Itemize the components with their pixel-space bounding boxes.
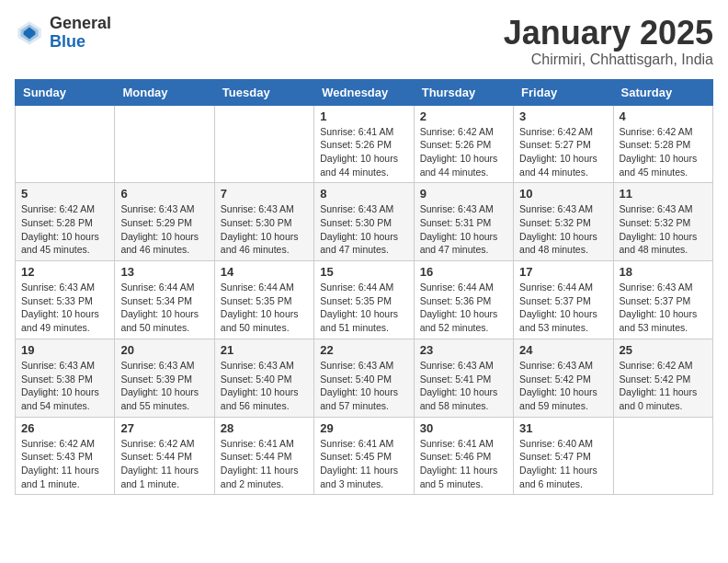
day-info: Sunrise: 6:41 AM Sunset: 5:45 PM Dayligh… xyxy=(320,437,407,491)
table-row: 24Sunrise: 6:43 AM Sunset: 5:42 PM Dayli… xyxy=(514,339,613,417)
day-number: 27 xyxy=(120,421,208,435)
table-row: 18Sunrise: 6:43 AM Sunset: 5:37 PM Dayli… xyxy=(613,261,712,339)
title-block: January 2025 Chirmiri, Chhattisgarh, Ind… xyxy=(504,15,713,68)
day-info: Sunrise: 6:43 AM Sunset: 5:30 PM Dayligh… xyxy=(320,202,407,257)
day-number: 6 xyxy=(120,187,208,201)
day-number: 5 xyxy=(21,187,108,201)
table-row: 31Sunrise: 6:40 AM Sunset: 5:47 PM Dayli… xyxy=(514,417,613,495)
table-row xyxy=(115,105,214,183)
day-info: Sunrise: 6:42 AM Sunset: 5:26 PM Dayligh… xyxy=(420,125,507,179)
location-subtitle: Chirmiri, Chhattisgarh, India xyxy=(504,52,713,68)
day-info: Sunrise: 6:43 AM Sunset: 5:33 PM Dayligh… xyxy=(21,281,108,335)
calendar-table: Sunday Monday Tuesday Wednesday Thursday… xyxy=(15,79,713,496)
day-info: Sunrise: 6:43 AM Sunset: 5:39 PM Dayligh… xyxy=(120,359,208,413)
day-number: 22 xyxy=(320,343,407,357)
calendar-week-row: 26Sunrise: 6:42 AM Sunset: 5:43 PM Dayli… xyxy=(16,417,713,495)
logo-general: General xyxy=(50,15,111,33)
day-info: Sunrise: 6:41 AM Sunset: 5:26 PM Dayligh… xyxy=(320,125,407,179)
table-row: 4Sunrise: 6:42 AM Sunset: 5:28 PM Daylig… xyxy=(613,105,712,183)
table-row: 25Sunrise: 6:42 AM Sunset: 5:42 PM Dayli… xyxy=(613,339,712,417)
header-thursday: Thursday xyxy=(414,79,513,105)
day-number: 4 xyxy=(620,109,707,123)
logo-icon xyxy=(15,18,44,48)
day-number: 11 xyxy=(620,187,707,201)
day-info: Sunrise: 6:41 AM Sunset: 5:46 PM Dayligh… xyxy=(420,437,507,491)
logo-text: General Blue xyxy=(50,15,111,52)
table-row: 13Sunrise: 6:44 AM Sunset: 5:34 PM Dayli… xyxy=(115,261,214,339)
table-row: 10Sunrise: 6:43 AM Sunset: 5:32 PM Dayli… xyxy=(514,183,613,261)
day-number: 13 xyxy=(120,265,208,279)
table-row: 19Sunrise: 6:43 AM Sunset: 5:38 PM Dayli… xyxy=(16,339,115,417)
day-number: 26 xyxy=(21,421,108,435)
table-row: 6Sunrise: 6:43 AM Sunset: 5:29 PM Daylig… xyxy=(115,183,214,261)
table-row: 14Sunrise: 6:44 AM Sunset: 5:35 PM Dayli… xyxy=(214,261,313,339)
day-number: 25 xyxy=(620,343,707,357)
header-tuesday: Tuesday xyxy=(214,79,313,105)
table-row: 3Sunrise: 6:42 AM Sunset: 5:27 PM Daylig… xyxy=(514,105,613,183)
day-number: 3 xyxy=(519,109,607,123)
day-info: Sunrise: 6:43 AM Sunset: 5:41 PM Dayligh… xyxy=(420,359,507,413)
day-info: Sunrise: 6:42 AM Sunset: 5:44 PM Dayligh… xyxy=(120,437,208,491)
calendar-header-row: Sunday Monday Tuesday Wednesday Thursday… xyxy=(16,79,713,105)
table-row: 23Sunrise: 6:43 AM Sunset: 5:41 PM Dayli… xyxy=(414,339,513,417)
table-row xyxy=(613,417,712,495)
logo: General Blue xyxy=(15,15,111,52)
day-info: Sunrise: 6:43 AM Sunset: 5:32 PM Dayligh… xyxy=(620,202,707,257)
day-number: 8 xyxy=(320,187,407,201)
table-row: 28Sunrise: 6:41 AM Sunset: 5:44 PM Dayli… xyxy=(214,417,313,495)
day-info: Sunrise: 6:41 AM Sunset: 5:44 PM Dayligh… xyxy=(221,437,308,491)
table-row: 27Sunrise: 6:42 AM Sunset: 5:44 PM Dayli… xyxy=(115,417,214,495)
day-info: Sunrise: 6:40 AM Sunset: 5:47 PM Dayligh… xyxy=(519,437,607,491)
month-title: January 2025 xyxy=(504,15,713,52)
day-info: Sunrise: 6:44 AM Sunset: 5:34 PM Dayligh… xyxy=(120,281,208,335)
day-info: Sunrise: 6:42 AM Sunset: 5:42 PM Dayligh… xyxy=(620,359,707,413)
day-number: 18 xyxy=(620,265,707,279)
header-friday: Friday xyxy=(514,79,613,105)
table-row: 22Sunrise: 6:43 AM Sunset: 5:40 PM Dayli… xyxy=(314,339,414,417)
day-info: Sunrise: 6:43 AM Sunset: 5:40 PM Dayligh… xyxy=(320,359,407,413)
table-row: 1Sunrise: 6:41 AM Sunset: 5:26 PM Daylig… xyxy=(314,105,414,183)
day-info: Sunrise: 6:42 AM Sunset: 5:27 PM Dayligh… xyxy=(519,125,607,179)
day-info: Sunrise: 6:43 AM Sunset: 5:30 PM Dayligh… xyxy=(221,202,308,257)
table-row: 8Sunrise: 6:43 AM Sunset: 5:30 PM Daylig… xyxy=(314,183,414,261)
calendar-week-row: 19Sunrise: 6:43 AM Sunset: 5:38 PM Dayli… xyxy=(16,339,713,417)
day-number: 20 xyxy=(120,343,208,357)
day-info: Sunrise: 6:44 AM Sunset: 5:35 PM Dayligh… xyxy=(320,281,407,335)
table-row: 15Sunrise: 6:44 AM Sunset: 5:35 PM Dayli… xyxy=(314,261,414,339)
day-number: 2 xyxy=(420,109,507,123)
day-info: Sunrise: 6:43 AM Sunset: 5:32 PM Dayligh… xyxy=(519,202,607,257)
table-row xyxy=(16,105,115,183)
day-info: Sunrise: 6:43 AM Sunset: 5:31 PM Dayligh… xyxy=(420,202,507,257)
day-number: 19 xyxy=(21,343,108,357)
day-number: 17 xyxy=(519,265,607,279)
day-info: Sunrise: 6:44 AM Sunset: 5:35 PM Dayligh… xyxy=(221,281,308,335)
day-number: 12 xyxy=(21,265,108,279)
day-number: 16 xyxy=(420,265,507,279)
day-info: Sunrise: 6:43 AM Sunset: 5:40 PM Dayligh… xyxy=(221,359,308,413)
day-info: Sunrise: 6:44 AM Sunset: 5:37 PM Dayligh… xyxy=(519,281,607,335)
logo-blue: Blue xyxy=(50,33,111,52)
header-saturday: Saturday xyxy=(613,79,712,105)
day-number: 31 xyxy=(519,421,607,435)
table-row: 16Sunrise: 6:44 AM Sunset: 5:36 PM Dayli… xyxy=(414,261,513,339)
day-info: Sunrise: 6:42 AM Sunset: 5:43 PM Dayligh… xyxy=(21,437,108,491)
day-info: Sunrise: 6:43 AM Sunset: 5:29 PM Dayligh… xyxy=(120,202,208,257)
day-number: 7 xyxy=(221,187,308,201)
table-row: 26Sunrise: 6:42 AM Sunset: 5:43 PM Dayli… xyxy=(16,417,115,495)
calendar-week-row: 12Sunrise: 6:43 AM Sunset: 5:33 PM Dayli… xyxy=(16,261,713,339)
day-info: Sunrise: 6:43 AM Sunset: 5:37 PM Dayligh… xyxy=(620,281,707,335)
table-row: 7Sunrise: 6:43 AM Sunset: 5:30 PM Daylig… xyxy=(214,183,313,261)
day-number: 29 xyxy=(320,421,407,435)
day-number: 14 xyxy=(221,265,308,279)
day-info: Sunrise: 6:44 AM Sunset: 5:36 PM Dayligh… xyxy=(420,281,507,335)
day-number: 9 xyxy=(420,187,507,201)
table-row: 30Sunrise: 6:41 AM Sunset: 5:46 PM Dayli… xyxy=(414,417,513,495)
day-info: Sunrise: 6:42 AM Sunset: 5:28 PM Dayligh… xyxy=(620,125,707,179)
day-number: 30 xyxy=(420,421,507,435)
table-row: 21Sunrise: 6:43 AM Sunset: 5:40 PM Dayli… xyxy=(214,339,313,417)
calendar-week-row: 1Sunrise: 6:41 AM Sunset: 5:26 PM Daylig… xyxy=(16,105,713,183)
day-number: 28 xyxy=(221,421,308,435)
header-wednesday: Wednesday xyxy=(314,79,414,105)
table-row: 20Sunrise: 6:43 AM Sunset: 5:39 PM Dayli… xyxy=(115,339,214,417)
day-number: 21 xyxy=(221,343,308,357)
